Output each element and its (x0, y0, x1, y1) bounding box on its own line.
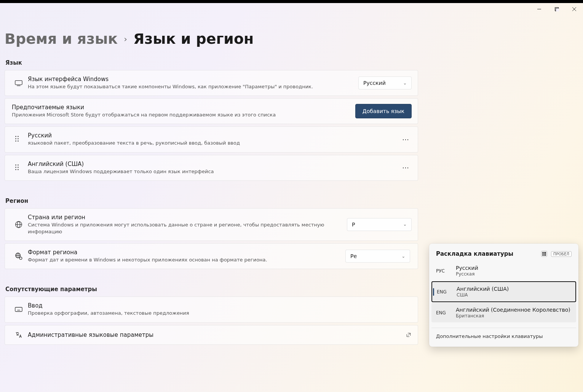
country-region-value: Р (352, 221, 355, 228)
svg-rect-15 (15, 308, 22, 312)
keyboard-layout-flyout: Раскладка клавиатуры ПРОБЕЛ РУС Русский … (429, 244, 578, 347)
add-language-button[interactable]: Добавить язык (355, 104, 412, 118)
country-region-title: Страна или регион (28, 214, 347, 221)
display-language-card: Язык интерфейса Windows На этом языке бу… (5, 70, 418, 96)
more-options-button[interactable]: ⋯ (399, 162, 412, 174)
svg-rect-6 (15, 81, 22, 85)
shortcut-key-label: ПРОБЕЛ (551, 251, 572, 257)
region-format-desc: Формат дат и времени в Windows и некотор… (28, 257, 345, 263)
layout-code: ENG (436, 310, 449, 316)
region-format-title: Формат региона (28, 249, 345, 256)
region-format-dropdown[interactable]: Ре ⌄ (345, 250, 410, 263)
display-language-desc: На этом языке будут показываться такие к… (28, 83, 358, 90)
layout-sub: США (457, 292, 571, 298)
drag-handle-icon[interactable] (11, 164, 26, 171)
chevron-right-icon: › (124, 34, 127, 44)
flyout-footer-link[interactable]: Дополнительные настройки клавиатуры (431, 328, 576, 344)
layout-item-russian[interactable]: РУС Русский Русская (431, 261, 576, 280)
windows-key-icon (541, 251, 547, 257)
breadcrumb-parent[interactable]: Время и язык (5, 30, 118, 47)
more-options-button[interactable]: ⋯ (399, 133, 412, 145)
preferred-languages-title: Предпочитаемые языки (12, 104, 355, 111)
drag-handle-icon[interactable] (11, 136, 26, 143)
layout-title: Английский (США) (457, 286, 571, 292)
layout-sub: Британская (456, 313, 572, 319)
top-black-bar (0, 0, 583, 3)
preferred-languages-desc: Приложения Microsoft Store будут отображ… (12, 112, 355, 118)
section-header-region: Регион (5, 198, 578, 204)
language-item-russian[interactable]: Русский языковой пакет, преобразование т… (5, 126, 418, 152)
typing-title: Ввод (28, 302, 412, 309)
typing-desc: Проверка орфографии, автозамена, текстов… (28, 310, 412, 317)
layout-code: ENG (437, 289, 450, 295)
globe-icon (11, 220, 26, 229)
layout-code: РУС (436, 268, 449, 274)
region-format-value: Ре (350, 253, 357, 259)
lang-item-desc: Ваша лицензия Windows поддерживает тольк… (28, 168, 399, 175)
language-item-english[interactable]: Английский (США) Ваша лицензия Windows п… (5, 155, 418, 181)
country-region-card: Страна или регион Система Windows и прил… (5, 208, 418, 241)
globe-settings-icon (11, 252, 26, 260)
monitor-icon (11, 79, 26, 87)
titlebar (0, 3, 583, 15)
chevron-down-icon: ⌄ (403, 222, 407, 227)
country-region-desc: Система Windows и приложения могут испол… (28, 221, 347, 235)
lang-item-title: Английский (США) (28, 161, 399, 167)
preferred-languages-card: Предпочитаемые языки Приложения Microsof… (5, 98, 418, 124)
chevron-down-icon: ⌄ (402, 254, 405, 259)
typing-card[interactable]: Ввод Проверка орфографии, автозамена, те… (5, 296, 418, 322)
display-language-dropdown[interactable]: Русский ⌄ (358, 76, 412, 89)
svg-rect-2 (556, 8, 559, 12)
display-language-value: Русский (363, 80, 386, 86)
lang-item-title: Русский (28, 132, 399, 139)
layout-title: Русский (456, 265, 572, 271)
open-external-icon (406, 332, 412, 338)
admin-language-card[interactable]: Административные языковые параметры (5, 325, 418, 345)
page-title: Язык и регион (133, 30, 254, 47)
lang-item-desc: языковой пакет, преобразование текста в … (28, 140, 399, 147)
maximize-button[interactable] (548, 3, 565, 15)
layout-item-english-uk[interactable]: ENG Английский (Соединенное Королевство)… (431, 303, 576, 322)
country-region-dropdown[interactable]: Р ⌄ (347, 218, 412, 231)
region-format-card[interactable]: Формат региона Формат дат и времени в Wi… (5, 243, 418, 269)
close-button[interactable] (565, 3, 583, 15)
language-icon (11, 331, 26, 339)
layout-title: Английский (Соединенное Королевство) (456, 307, 572, 313)
breadcrumb: Время и язык › Язык и регион (5, 30, 578, 47)
chevron-down-icon: ⌄ (403, 81, 407, 86)
flyout-title: Раскладка клавиатуры (436, 250, 537, 257)
minimize-button[interactable] (530, 3, 548, 15)
layout-sub: Русская (456, 271, 572, 277)
section-header-language: Язык (5, 59, 578, 66)
keyboard-icon (11, 305, 26, 314)
layout-item-english-us[interactable]: ENG Английский (США) США (431, 281, 576, 302)
admin-language-title: Административные языковые параметры (28, 331, 406, 338)
display-language-title: Язык интерфейса Windows (28, 76, 358, 83)
